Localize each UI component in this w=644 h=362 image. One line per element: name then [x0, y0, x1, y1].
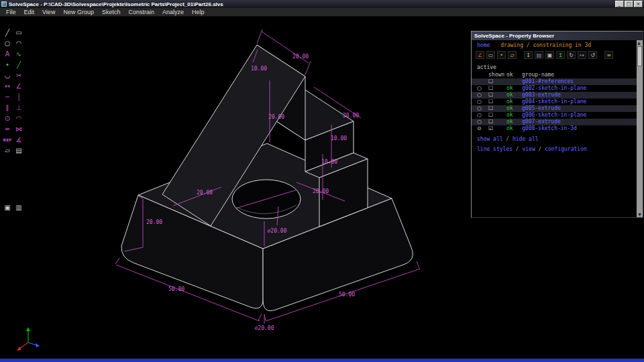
- shown-checkbox[interactable]: ☐: [488, 105, 506, 112]
- menu-edit[interactable]: Edit: [20, 9, 39, 15]
- menu-sketch[interactable]: Sketch: [98, 9, 125, 15]
- shown-checkbox[interactable]: ☐: [488, 92, 506, 99]
- shown-checkbox[interactable]: ☑: [488, 125, 506, 132]
- active-radio[interactable]: ○: [477, 119, 488, 125]
- construction-tool-icon[interactable]: ╱: [13, 60, 24, 70]
- configuration-link[interactable]: configuration: [545, 146, 587, 152]
- solvespace-window: { "window": { "title": "SolveSpace - P:\…: [0, 0, 644, 362]
- menu-constrain[interactable]: Constrain: [124, 9, 158, 15]
- lathe-icon[interactable]: ↻: [567, 51, 576, 59]
- perpendicular-constraint-icon[interactable]: ⊥: [13, 103, 24, 113]
- menu-view[interactable]: View: [38, 9, 59, 15]
- equal-constraint-icon[interactable]: =: [2, 124, 13, 134]
- shown-checkbox[interactable]: ☐: [488, 119, 506, 125]
- title-bar[interactable]: SolveSpace - P:\CAD-3D\Solvespace\Projek…: [0, 0, 644, 8]
- import-icon[interactable]: ↧: [524, 51, 533, 59]
- tangent-constraint-icon[interactable]: ◠: [13, 113, 24, 123]
- config-icon[interactable]: ≡: [604, 51, 613, 59]
- rectangle-tool-icon[interactable]: ▭: [13, 27, 24, 38]
- circle-tool-icon[interactable]: ○: [2, 38, 13, 48]
- point-icon[interactable]: •: [497, 51, 506, 59]
- group-name-link[interactable]: g008-sketch-in-3d: [522, 125, 577, 132]
- spline-tool-icon[interactable]: ∿: [13, 49, 24, 59]
- group-name-link[interactable]: g006-sketch-in-plane: [522, 112, 586, 119]
- rotate-icon[interactable]: ↺: [588, 51, 597, 59]
- active-radio[interactable]: ○: [477, 92, 488, 99]
- vertical-constraint-icon[interactable]: │: [13, 92, 24, 102]
- line-tool-icon[interactable]: ╱: [2, 27, 13, 38]
- group-name-link[interactable]: g004-sketch-in-plane: [522, 99, 586, 105]
- workplane-icon[interactable]: ▱: [508, 51, 517, 59]
- group-row-g001[interactable]: ☐ g001-#references: [472, 78, 637, 85]
- copy-icon[interactable]: ▣: [2, 202, 13, 213]
- group-row-g006[interactable]: ○ ☐ ok g006-sketch-in-plane: [472, 112, 637, 119]
- group-row-g003[interactable]: ○ ☐ ok g003-extrude: [472, 92, 637, 99]
- maximize-button[interactable]: □: [625, 1, 633, 7]
- active-radio[interactable]: ○: [477, 112, 488, 119]
- sketch-in-plane-icon[interactable]: ▱: [2, 145, 13, 156]
- menu-file[interactable]: File: [2, 9, 20, 15]
- svg-text:20.00: 20.00: [292, 54, 309, 60]
- property-browser-window[interactable]: SolveSpace - Property Browser ▲ ▼ home d…: [471, 31, 643, 218]
- close-button[interactable]: ×: [634, 1, 643, 7]
- scroll-down-icon[interactable]: ▼: [638, 212, 641, 217]
- point-tool-icon[interactable]: •: [2, 60, 13, 70]
- minimize-button[interactable]: _: [615, 1, 624, 7]
- group-name-link[interactable]: g001-#references: [522, 78, 574, 85]
- shown-checkbox[interactable]: ☐: [488, 112, 506, 119]
- scroll-up-icon[interactable]: ▲: [637, 40, 642, 46]
- group-icon[interactable]: ▤: [535, 51, 543, 59]
- angle-icon[interactable]: ∠: [476, 51, 484, 59]
- home-link[interactable]: home: [477, 42, 490, 48]
- split-curves-tool-icon[interactable]: ✂: [13, 70, 24, 80]
- active-radio[interactable]: ○: [477, 105, 488, 112]
- parallel-constraint-icon[interactable]: ∥: [2, 103, 13, 113]
- group-name-link[interactable]: g005-extrude: [522, 105, 561, 112]
- group-row-g002[interactable]: ○ ☐ ok g002-sketch-in-plane: [472, 85, 637, 92]
- sketch-icon[interactable]: ▣: [545, 51, 554, 59]
- distance-constraint-icon[interactable]: ↔: [2, 81, 13, 91]
- symmetric-constraint-icon[interactable]: ⋈: [13, 124, 24, 134]
- toolbar-spacer: [519, 51, 522, 59]
- scrollbar[interactable]: ▲ ▼: [637, 40, 643, 217]
- text-tool-icon[interactable]: A: [2, 49, 13, 59]
- extrude-icon[interactable]: ▤: [13, 145, 24, 156]
- point-on-line-constraint-icon[interactable]: ⊙: [2, 113, 13, 123]
- group-row-g005[interactable]: ○ ☐ ok g005-extrude: [472, 105, 637, 112]
- show-all-link[interactable]: show all: [477, 136, 503, 142]
- angle-constraint-icon[interactable]: ∠: [13, 81, 24, 91]
- distance-icon[interactable]: ▭: [486, 51, 495, 59]
- group-name-link[interactable]: g007-extrude: [522, 119, 561, 125]
- active-radio[interactable]: ○: [477, 85, 488, 92]
- hide-all-link[interactable]: hide all: [513, 136, 539, 142]
- horizontal-constraint-icon[interactable]: ─: [2, 92, 13, 102]
- menu-analyze[interactable]: Analyze: [158, 9, 188, 15]
- shown-checkbox[interactable]: ☐: [488, 99, 506, 105]
- active-radio[interactable]: ⊙: [477, 125, 488, 132]
- link-separator: /: [513, 146, 522, 152]
- reference-angle-icon[interactable]: ∡: [13, 135, 24, 145]
- group-row-g007[interactable]: ○ ☐ ok g007-extrude: [472, 119, 637, 125]
- tangent-arc-tool-icon[interactable]: ◡: [2, 70, 13, 80]
- group-row-g004[interactable]: ○ ☐ ok g004-sketch-in-plane: [472, 99, 637, 105]
- extrude-icon[interactable]: ↥: [556, 51, 565, 59]
- arc-tool-icon[interactable]: ◠: [13, 38, 24, 48]
- translate-icon[interactable]: ↦: [578, 51, 586, 59]
- line-styles-link[interactable]: line styles: [477, 146, 513, 152]
- shown-checkbox[interactable]: ☐: [488, 78, 506, 85]
- scrollbar-thumb[interactable]: [637, 46, 642, 66]
- menu-help[interactable]: Help: [188, 9, 209, 15]
- menu-new-group[interactable]: New Group: [59, 9, 98, 15]
- shown-checkbox[interactable]: ☐: [488, 85, 506, 92]
- group-row-g008[interactable]: ⊙ ☑ ok g008-sketch-in-3d: [472, 125, 637, 132]
- group-name-link[interactable]: g002-sketch-in-plane: [522, 85, 586, 92]
- tool-palette: ╱ ▭ ○ ◠ A ∿ • ╱ ◡ ✂ ↔ ∠ ─ │ ∥ ⊥ ⊙ ◠ = ⋈ …: [2, 27, 24, 156]
- reference-dimension-icon[interactable]: REF: [2, 135, 13, 145]
- ok-status: ok: [506, 125, 522, 132]
- group-name-link[interactable]: g003-extrude: [522, 92, 561, 99]
- active-radio[interactable]: ○: [477, 99, 488, 105]
- view-link[interactable]: view: [522, 146, 535, 152]
- app-icon: [1, 1, 7, 7]
- property-browser-titlebar[interactable]: SolveSpace - Property Browser: [472, 32, 643, 40]
- paste-icon[interactable]: ▥: [13, 202, 24, 213]
